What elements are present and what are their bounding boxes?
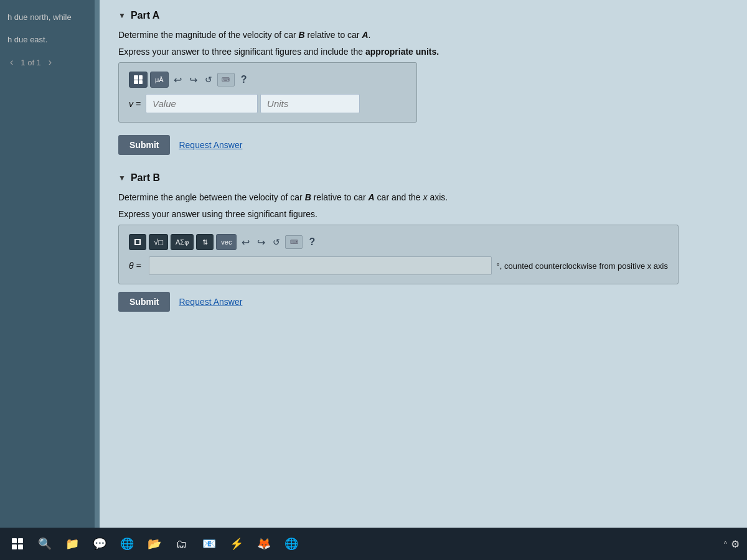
taskbar-search-btn[interactable]: 🔍 (34, 533, 56, 555)
prev-button[interactable]: ‹ (7, 55, 16, 69)
part-a-units-input[interactable] (260, 94, 360, 113)
part-b-btn-row: Submit Request Answer (118, 292, 728, 312)
part-b-sqrt-icon[interactable]: √□ (149, 234, 168, 250)
part-b-kbd-btn[interactable]: ⌨ (285, 235, 303, 249)
windows-start-btn[interactable] (6, 533, 29, 555)
part-b-instruction1: Determine the angle between the velocity… (118, 191, 728, 204)
part-b-theta-row: θ = °, counted counterclockwise from pos… (129, 256, 668, 275)
part-b-theta-input[interactable] (149, 256, 492, 275)
taskbar-power-btn[interactable]: ⚡ (225, 533, 248, 555)
taskbar: 🔍 📁 💬 🌐 📂 🗂 📧 ⚡ 🦊 🌐 ^ ⚙ (0, 528, 747, 560)
part-a-input-row: v = (129, 94, 406, 113)
part-b-vec-icon[interactable]: vec (216, 234, 237, 250)
taskbar-chrome-btn[interactable]: 🌐 (116, 533, 138, 555)
part-b-refresh-btn[interactable]: ↺ (270, 236, 283, 248)
nav-controls: ‹ 1 of 1 › (0, 50, 62, 74)
taskbar-explorer-btn[interactable]: 📁 (61, 533, 83, 555)
taskbar-app1-btn[interactable]: 🗂 (171, 533, 193, 555)
part-b-toolbar: √□ ΑΣφ ⇅ vec ↩ ↪ ↺ ⌨ (129, 234, 668, 250)
taskbar-edge-btn[interactable]: 🌐 (280, 533, 303, 555)
part-b-answer-box: √□ ΑΣφ ⇅ vec ↩ ↪ ↺ ⌨ (118, 225, 679, 284)
taskbar-files-btn[interactable]: 📂 (143, 533, 166, 555)
left-panel-text-1: h due north, while (0, 6, 79, 29)
part-a-collapse-icon[interactable]: ▼ (118, 11, 126, 20)
taskbar-firefox-btn[interactable]: 🦊 (253, 533, 275, 555)
tray-chevron-btn[interactable]: ^ (724, 540, 727, 548)
page-indicator: 1 of 1 (21, 58, 41, 67)
part-b-instruction2: Express your answer using three signific… (118, 208, 728, 221)
part-b-undo-btn[interactable]: ↩ (239, 235, 252, 250)
part-a-mu-btn[interactable]: μÂ (150, 72, 169, 88)
left-panel-text-2: h due east. (0, 29, 55, 51)
part-a-refresh-btn[interactable]: ↺ (202, 73, 215, 86)
part-a-format-icon[interactable] (129, 72, 148, 88)
part-b-header: ▼ Part B (118, 172, 728, 184)
part-a-title: Part A (131, 10, 160, 21)
part-a-redo-btn[interactable]: ↪ (187, 73, 200, 87)
part-a-btn-row: Submit Request Answer (118, 135, 728, 155)
part-a-submit-button[interactable]: Submit (118, 135, 170, 155)
taskbar-chat-btn[interactable]: 💬 (88, 533, 111, 555)
part-a-instruction2: Express your answer to three significant… (118, 45, 728, 58)
system-tray: ^ ⚙ (724, 537, 741, 551)
part-a-instruction1: Determine the magnitude of the velocity … (118, 29, 728, 42)
part-b-degree-symbol: °, counted counterclockwise from positiv… (497, 261, 668, 271)
part-a-toolbar: μÂ ↩ ↪ ↺ ⌨ ? (129, 72, 406, 88)
part-a-help-btn[interactable]: ? (237, 73, 251, 86)
part-b-title: Part B (131, 172, 160, 184)
part-a-answer-box: μÂ ↩ ↪ ↺ ⌨ ? v = (118, 62, 417, 123)
part-a-header: ▼ Part A (118, 10, 728, 21)
left-panel: h due north, while h due east. ‹ 1 of 1 … (0, 0, 100, 528)
part-b-block-icon[interactable] (129, 234, 146, 250)
part-b-help-btn[interactable]: ? (305, 235, 319, 249)
right-panel: ▼ Part A Determine the magnitude of the … (100, 0, 747, 528)
part-a-undo-btn[interactable]: ↩ (171, 73, 184, 87)
part-b-sigma-icon[interactable]: ΑΣφ (171, 234, 194, 250)
part-a-section: ▼ Part A Determine the magnitude of the … (118, 10, 728, 155)
part-b-collapse-icon[interactable]: ▼ (118, 174, 126, 182)
part-a-request-link[interactable]: Request Answer (179, 140, 242, 150)
part-b-submit-button[interactable]: Submit (118, 292, 170, 312)
part-b-request-link[interactable]: Request Answer (179, 297, 242, 307)
taskbar-email-btn[interactable]: 📧 (198, 533, 220, 555)
scrollbar[interactable] (95, 0, 100, 528)
part-b-section: ▼ Part B Determine the angle between the… (118, 172, 728, 312)
part-b-redo-btn[interactable]: ↪ (255, 235, 268, 250)
part-b-eq-label: θ = (129, 261, 141, 271)
part-a-kbd-btn[interactable]: ⌨ (217, 73, 235, 86)
next-button[interactable]: › (46, 55, 54, 69)
tray-icon-1[interactable]: ⚙ (730, 537, 741, 551)
part-b-arrows-icon[interactable]: ⇅ (196, 234, 214, 250)
part-a-eq-label: v = (129, 99, 141, 109)
part-a-value-input[interactable] (146, 94, 258, 113)
